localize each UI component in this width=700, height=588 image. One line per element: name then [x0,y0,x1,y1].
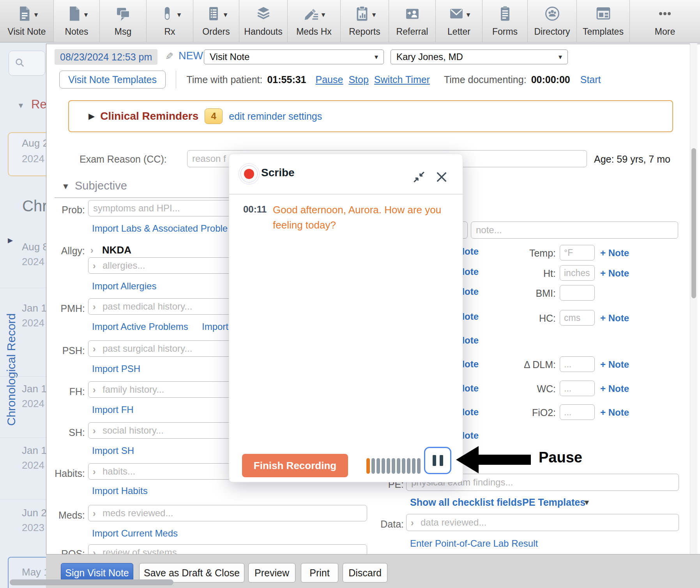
collapse-triangle-icon[interactable]: ▼ [17,101,25,110]
data-input[interactable] [406,514,679,531]
dropdown-caret-icon[interactable]: ▼ [583,498,590,507]
encounter-date[interactable]: Aug 8 [22,241,48,253]
subjective-heading: Subjective [75,179,127,192]
reminders-count-badge: 4 [205,108,223,124]
toolbar-item-handouts[interactable]: Handouts [239,0,288,42]
search-input[interactable] [9,51,45,76]
minimize-icon[interactable] [412,170,426,185]
toolbar-item-visit-note[interactable]: ▾ Visit Note [0,0,54,42]
toolbar-item-msg[interactable]: Msg [100,0,147,42]
handouts-layers-icon [255,5,272,24]
temp-input[interactable] [560,245,595,260]
pe-templates-link[interactable]: PE Templates [522,497,585,508]
finish-recording-button[interactable]: Finish Recording [242,454,348,477]
plus-note-link[interactable]: + Note [600,407,629,418]
import-sh-link[interactable]: Import SH [92,445,134,456]
dlm-input[interactable] [560,356,595,372]
sh-label: SH: [47,427,85,438]
visit-note-icon [16,5,33,24]
collapse-triangle-icon[interactable]: ▼ [62,182,70,191]
import-habits-link[interactable]: Import Habits [92,485,148,496]
timer-pause-link[interactable]: Pause [316,74,343,85]
vitals-note-input[interactable] [471,221,678,239]
pause-icon [433,455,436,466]
plus-note-link[interactable]: + Note [600,248,629,259]
encounter-date[interactable]: May 1 [22,566,49,578]
pmh-label: PMH: [47,303,85,314]
plus-note-link[interactable]: + Note [600,313,629,324]
toolbar-item-meds-hx[interactable]: ▾ Meds Hx [288,0,341,42]
plus-note-link[interactable]: + Note [600,359,629,370]
encounter-date[interactable]: Jun 2 [22,507,47,519]
switch-timer-link[interactable]: Switch Timer [374,74,430,85]
import-fh-link[interactable]: Import FH [92,404,134,415]
plus-note-link[interactable]: + Note [600,268,629,279]
toolbar: ▾ Visit Note ▾ Notes Msg ▾ Rx ▾ Orders H… [0,0,700,43]
reports-chart-icon [354,5,371,24]
meds-input[interactable] [88,505,367,521]
note-type-select[interactable]: Visit Note▾ [204,50,384,64]
referral-icon [404,5,421,24]
encounter-year: 2024 [22,256,44,268]
preview-button[interactable]: Preview [248,563,295,583]
expand-triangle-icon[interactable]: ▶ [8,236,13,244]
toolbar-item-more[interactable]: More [630,0,700,42]
toolbar-item-letter[interactable]: ▾ Letter [436,0,483,42]
poc-lab-result-link[interactable]: Enter Point-of-Care Lab Result [410,538,538,549]
toolbar-item-rx[interactable]: ▾ Rx [147,0,193,42]
time-documenting-label: Time documenting: [444,74,527,85]
show-checklist-fields-link[interactable]: Show all checklist fields [410,497,522,508]
clinical-reminders-banner: ▶ Clinical Reminders 4 edit reminder set… [68,100,673,132]
patient-age: Age: 59 yrs, 7 mo [594,154,670,165]
height-input[interactable] [560,265,595,281]
time-with-patient-label: Time with patient: [186,74,262,85]
toolbar-item-orders[interactable]: ▾ Orders [193,0,239,42]
fio2-label: FiO2: [480,407,556,418]
toolbar-item-directory[interactable]: Directory [528,0,577,42]
discard-button[interactable]: Discard [343,563,387,583]
timer-start-link[interactable]: Start [580,74,601,85]
scribe-title: Scribe [261,166,295,179]
expand-triangle-icon[interactable]: ▶ [88,112,95,121]
wc-input[interactable] [560,381,595,396]
hc-label: HC: [480,313,556,324]
edit-pencil-icon[interactable]: ✎ [165,51,173,62]
import-labs-link[interactable]: Import Labs & Associated Proble [92,223,228,234]
transcript-timestamp: 00:11 [243,204,267,215]
visit-note-templates-button[interactable]: Visit Note Templates [59,71,166,89]
toolbar-item-forms[interactable]: Forms [483,0,528,42]
toolbar-item-referral[interactable]: Referral [389,0,436,42]
toolbar-item-templates[interactable]: Templates [577,0,630,42]
import-active-problems-link[interactable]: Import Active Problems [92,321,188,332]
audio-level-meter [366,458,421,474]
edit-reminder-settings-link[interactable]: edit reminder settings [229,111,322,122]
meds-label: Meds: [47,510,85,521]
print-button[interactable]: Print [301,563,338,583]
fio2-input[interactable] [560,404,595,420]
chronological-record-label[interactable]: Chronological Record [5,313,18,426]
select-caret-icon: ▾ [375,53,378,61]
toolbar-item-reports[interactable]: ▾ Reports [341,0,389,42]
pause-recording-button[interactable] [424,447,451,474]
horizontal-scrollbar-thumb[interactable] [10,579,173,585]
select-caret-icon: ▾ [559,53,562,61]
app-window: ▾ Visit Note ▾ Notes Msg ▾ Rx ▾ Orders H… [0,0,700,588]
new-badge: NEW [179,50,203,62]
time-with-patient-value: 01:55:31 [267,74,306,85]
chevron-right-icon: › [93,385,96,395]
hc-input[interactable] [560,310,595,326]
import-pmh-link[interactable]: Import [202,321,228,332]
vertical-scrollbar-thumb[interactable] [691,148,696,298]
import-current-meds-link[interactable]: Import Current Meds [92,528,178,539]
chevron-right-icon[interactable]: › [90,245,94,256]
import-psh-link[interactable]: Import PSH [92,363,140,374]
plus-note-link[interactable]: + Note [600,383,629,394]
note-datetime[interactable]: 08/23/2024 12:53 pm [55,49,157,65]
vertical-scrollbar-track[interactable] [690,44,697,554]
close-icon[interactable] [435,170,448,185]
bmi-input[interactable] [560,285,595,301]
provider-select[interactable]: Kary Jones, MD▾ [391,50,568,64]
toolbar-item-notes[interactable]: ▾ Notes [54,0,100,42]
import-allergies-link[interactable]: Import Allergies [92,281,156,292]
timer-stop-link[interactable]: Stop [348,74,368,85]
